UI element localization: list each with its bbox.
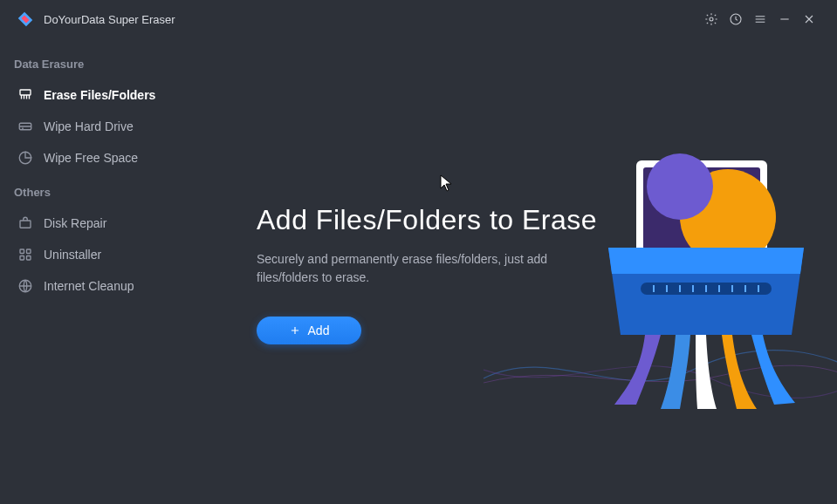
sidebar-item-label: Disk Repair xyxy=(44,216,106,230)
pie-chart-icon xyxy=(17,150,33,166)
minimize-button[interactable] xyxy=(772,7,797,31)
sidebar-section-others: Others xyxy=(7,174,215,208)
svg-point-13 xyxy=(647,153,713,220)
add-button[interactable]: Add xyxy=(257,317,361,344)
toolbox-icon xyxy=(17,215,33,231)
sidebar-item-wipe-free-space[interactable]: Wipe Free Space xyxy=(7,142,215,174)
sidebar: Data Erasure Erase Files/Folders Wipe Ha… xyxy=(0,38,222,504)
svg-point-0 xyxy=(710,17,713,21)
sidebar-item-erase-files[interactable]: Erase Files/Folders xyxy=(7,79,215,111)
clock-icon xyxy=(729,12,743,26)
svg-rect-8 xyxy=(27,256,31,261)
close-button[interactable] xyxy=(797,7,821,31)
app-window: DoYourData Super Eraser Data Erasure Era… xyxy=(0,0,837,504)
plus-icon xyxy=(289,324,301,337)
sidebar-item-label: Wipe Free Space xyxy=(44,151,138,165)
page-subtext: Securely and permanently erase files/fol… xyxy=(257,250,553,287)
globe-icon xyxy=(17,278,33,294)
svg-rect-7 xyxy=(20,256,24,261)
app-title: DoYourData Super Eraser xyxy=(44,13,175,26)
main-content: Add Files/Folders to Erase Securely and … xyxy=(222,38,837,504)
hard-drive-icon xyxy=(17,119,33,134)
shredder-illustration xyxy=(593,152,820,413)
app-logo-icon xyxy=(16,10,35,29)
sidebar-item-label: Wipe Hard Drive xyxy=(44,119,134,133)
sidebar-section-data-erasure: Data Erasure xyxy=(7,45,215,79)
history-button[interactable] xyxy=(724,7,748,31)
sidebar-item-label: Internet Cleanup xyxy=(44,279,134,293)
minimize-icon xyxy=(778,12,792,26)
sidebar-item-label: Uninstaller xyxy=(44,248,101,262)
shredder-icon xyxy=(17,87,33,103)
close-icon xyxy=(802,12,816,26)
gear-icon xyxy=(704,12,718,26)
titlebar: DoYourData Super Eraser xyxy=(0,0,837,38)
svg-rect-4 xyxy=(20,221,31,228)
svg-rect-2 xyxy=(20,90,31,95)
svg-rect-6 xyxy=(27,249,31,254)
menu-icon xyxy=(753,12,767,26)
sidebar-item-wipe-hard-drive[interactable]: Wipe Hard Drive xyxy=(7,111,215,142)
sidebar-item-disk-repair[interactable]: Disk Repair xyxy=(7,208,215,239)
sidebar-item-label: Erase Files/Folders xyxy=(44,88,155,102)
app-body: Data Erasure Erase Files/Folders Wipe Ha… xyxy=(0,38,837,504)
sidebar-item-internet-cleanup[interactable]: Internet Cleanup xyxy=(7,270,215,302)
apps-icon xyxy=(17,247,33,262)
menu-button[interactable] xyxy=(748,7,772,31)
add-button-label: Add xyxy=(308,324,330,337)
svg-rect-5 xyxy=(20,249,24,254)
settings-button[interactable] xyxy=(699,7,724,31)
sidebar-item-uninstaller[interactable]: Uninstaller xyxy=(7,239,215,270)
